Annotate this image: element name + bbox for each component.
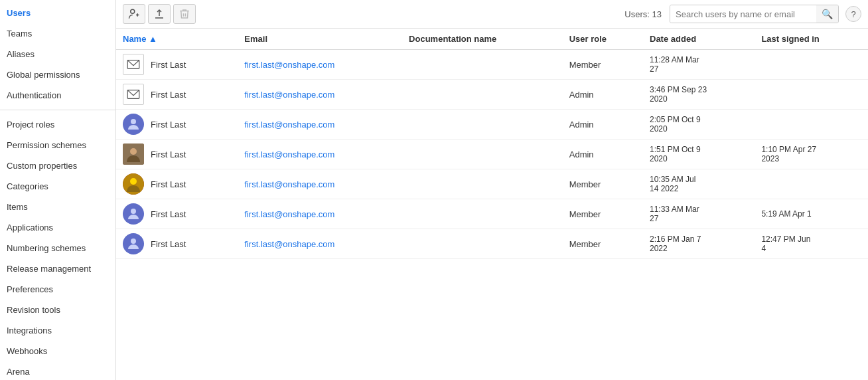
sidebar-item-revision-tools[interactable]: Revision tools [0, 300, 115, 320]
user-email-cell[interactable]: first.last@onshape.com [238, 229, 402, 259]
sidebar-item-items[interactable]: Items [0, 197, 115, 217]
user-date-added-cell: 11:28 AM Mar 27 [643, 50, 755, 80]
user-date-added-cell: 1:51 PM Oct 9 2020 [643, 140, 755, 169]
sidebar-divider [0, 110, 115, 110]
sidebar-item-teams[interactable]: Teams [0, 23, 115, 44]
svg-point-5 [131, 119, 136, 124]
user-last-signed-cell [755, 50, 868, 80]
user-doc-name-cell [402, 169, 563, 199]
col-header-doc_name[interactable]: Documentation name [402, 29, 563, 50]
user-date-added-cell: 2:05 PM Oct 9 2020 [643, 110, 755, 140]
sidebar: UsersTeamsAliasesGlobal permissionsAuthe… [0, 0, 116, 380]
user-name: First Last [151, 90, 186, 100]
col-header-user_role[interactable]: User role [563, 29, 643, 50]
svg-point-7 [130, 148, 137, 155]
user-doc-name-cell [402, 199, 563, 229]
sidebar-item-global-permissions[interactable]: Global permissions [0, 64, 115, 85]
user-last-signed-cell: 1:10 PM Apr 27 2023 [755, 140, 868, 169]
user-email-cell[interactable]: first.last@onshape.com [238, 199, 402, 229]
sidebar-item-numbering-schemes[interactable]: Numbering schemes [0, 238, 115, 258]
user-role-cell: Member [563, 199, 643, 229]
delete-button[interactable] [173, 4, 196, 24]
user-doc-name-cell [402, 229, 563, 259]
table-header-row: Name ▲EmailDocumentation nameUser roleDa… [116, 29, 868, 50]
user-role-cell: Admin [563, 140, 643, 169]
sidebar-item-applications[interactable]: Applications [0, 217, 115, 238]
user-doc-name-cell [402, 110, 563, 140]
avatar [123, 143, 144, 165]
table-row[interactable]: First Lastfirst.last@onshape.comAdmin2:0… [116, 110, 868, 140]
user-name-cell: First Last [116, 110, 238, 140]
sidebar-item-webhooks[interactable]: Webhooks [0, 341, 115, 361]
avatar [123, 54, 144, 75]
svg-point-9 [130, 178, 137, 185]
table-container: Name ▲EmailDocumentation nameUser roleDa… [116, 29, 868, 380]
table-row[interactable]: First Lastfirst.last@onshape.comMember2:… [116, 229, 868, 259]
table-row[interactable]: First Lastfirst.last@onshape.comMember10… [116, 169, 868, 199]
svg-point-11 [131, 238, 136, 244]
search-wrapper: 🔍 [670, 5, 839, 23]
avatar [123, 173, 144, 195]
import-button[interactable] [148, 4, 171, 24]
user-name: First Last [151, 120, 186, 130]
search-input[interactable] [670, 5, 816, 23]
table-row[interactable]: First Lastfirst.last@onshape.comMember11… [116, 199, 868, 229]
user-last-signed-cell [755, 80, 868, 110]
col-header-last_signed[interactable]: Last signed in [755, 29, 868, 50]
user-name-cell: First Last [116, 199, 238, 229]
user-name-cell: First Last [116, 50, 238, 80]
col-header-date_added[interactable]: Date added [643, 29, 755, 50]
sidebar-item-project-roles[interactable]: Project roles [0, 114, 115, 135]
user-last-signed-cell: 12:47 PM Jun 4 [755, 229, 868, 259]
avatar [123, 84, 144, 105]
user-name: First Last [151, 239, 186, 249]
user-role-cell: Member [563, 50, 643, 80]
sidebar-item-aliases[interactable]: Aliases [0, 44, 115, 64]
user-name: First Last [151, 149, 186, 159]
user-role-cell: Member [563, 169, 643, 199]
user-name-cell: First Last [116, 80, 238, 110]
user-role-cell: Admin [563, 80, 643, 110]
sidebar-item-permission-schemes[interactable]: Permission schemes [0, 135, 115, 155]
svg-point-10 [131, 209, 136, 214]
sidebar-item-users[interactable]: Users [0, 3, 115, 23]
toolbar: Users: 13 🔍 ? [116, 0, 868, 29]
avatar [123, 203, 144, 225]
sidebar-item-release-management[interactable]: Release management [0, 258, 115, 279]
sidebar-item-custom-properties[interactable]: Custom properties [0, 155, 115, 176]
avatar [123, 114, 144, 135]
table-row[interactable]: First Lastfirst.last@onshape.comAdmin3:4… [116, 80, 868, 110]
col-header-email[interactable]: Email [238, 29, 402, 50]
user-last-signed-cell [755, 110, 868, 140]
table-body: First Lastfirst.last@onshape.comMember11… [116, 50, 868, 259]
main-content: Users: 13 🔍 ? Name ▲EmailDocumentation n… [116, 0, 868, 380]
user-role-cell: Member [563, 229, 643, 259]
user-name-cell: First Last [116, 169, 238, 199]
col-header-name[interactable]: Name ▲ [116, 29, 238, 50]
sidebar-item-preferences[interactable]: Preferences [0, 279, 115, 300]
user-last-signed-cell: 5:19 AM Apr 1 [755, 199, 868, 229]
users-table: Name ▲EmailDocumentation nameUser roleDa… [116, 29, 868, 259]
sidebar-item-arena[interactable]: Arena [0, 361, 115, 380]
sidebar-item-categories[interactable]: Categories [0, 176, 115, 197]
search-button[interactable]: 🔍 [816, 5, 838, 23]
add-user-button[interactable] [123, 4, 145, 24]
help-button[interactable]: ? [845, 6, 861, 22]
user-doc-name-cell [402, 140, 563, 169]
user-name: First Last [151, 209, 186, 219]
user-email-cell[interactable]: first.last@onshape.com [238, 110, 402, 140]
table-row[interactable]: First Lastfirst.last@onshape.comMember11… [116, 50, 868, 80]
svg-point-0 [131, 9, 135, 13]
user-name: First Last [151, 60, 186, 70]
user-doc-name-cell [402, 50, 563, 80]
table-row[interactable]: First Lastfirst.last@onshape.comAdmin1:5… [116, 140, 868, 169]
users-count: Users: 13 [624, 9, 662, 19]
sidebar-item-authentication[interactable]: Authentication [0, 85, 115, 106]
user-date-added-cell: 11:33 AM Mar 27 [643, 199, 755, 229]
user-email-cell[interactable]: first.last@onshape.com [238, 140, 402, 169]
user-email-cell[interactable]: first.last@onshape.com [238, 169, 402, 199]
user-name: First Last [151, 179, 186, 189]
user-email-cell[interactable]: first.last@onshape.com [238, 80, 402, 110]
user-email-cell[interactable]: first.last@onshape.com [238, 50, 402, 80]
sidebar-item-integrations[interactable]: Integrations [0, 320, 115, 341]
